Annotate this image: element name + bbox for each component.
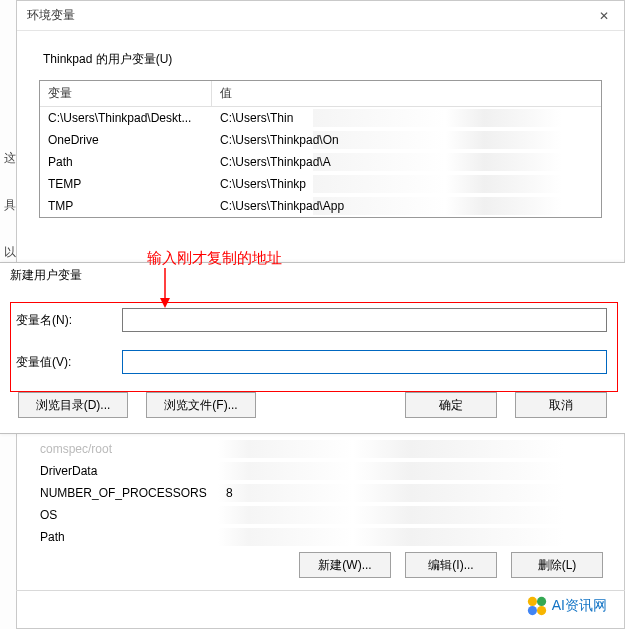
table-row[interactable]: C:\Users\Thinkpad\Deskt...C:\Users\Thin bbox=[40, 107, 601, 129]
close-icon[interactable]: ✕ bbox=[592, 7, 616, 25]
var-value-row: 变量值(V): bbox=[10, 350, 615, 374]
watermark-text: AI资讯网 bbox=[552, 597, 607, 615]
ok-button[interactable]: 确定 bbox=[405, 392, 497, 418]
dialog-title: 环境变量 bbox=[27, 7, 75, 24]
table-row[interactable]: OS bbox=[32, 504, 603, 526]
table-row[interactable]: comspec/root bbox=[32, 438, 603, 460]
svg-point-4 bbox=[528, 606, 537, 615]
var-value-label: 变量值(V): bbox=[10, 354, 122, 371]
var-name-label: 变量名(N): bbox=[10, 312, 122, 329]
watermark-logo-icon bbox=[526, 595, 548, 617]
new-user-var-dialog: 新建用户变量 变量名(N): 变量值(V): 浏览目录(D)... 浏览文件(F… bbox=[0, 262, 625, 434]
user-vars-table[interactable]: 变量 值 C:\Users\Thinkpad\Deskt...C:\Users\… bbox=[39, 80, 602, 218]
annotation-text: 输入刚才复制的地址 bbox=[147, 249, 282, 268]
header-name[interactable]: 变量 bbox=[40, 81, 212, 106]
var-name-row: 变量名(N): bbox=[10, 308, 615, 332]
svg-point-3 bbox=[537, 597, 546, 606]
table-row[interactable]: PathC:\Users\Thinkpad\A bbox=[40, 151, 601, 173]
var-value-input[interactable] bbox=[122, 350, 607, 374]
new-button[interactable]: 新建(W)... bbox=[299, 552, 391, 578]
delete-button[interactable]: 删除(L) bbox=[511, 552, 603, 578]
edit-button[interactable]: 编辑(I)... bbox=[405, 552, 497, 578]
cancel-button[interactable]: 取消 bbox=[515, 392, 607, 418]
table-row[interactable]: Path bbox=[32, 526, 603, 548]
background-fragments: 这 具 以 bbox=[0, 120, 15, 261]
header-value[interactable]: 值 bbox=[212, 81, 601, 106]
titlebar: 环境变量 ✕ bbox=[17, 1, 624, 31]
table-row[interactable]: DriverData bbox=[32, 460, 603, 482]
table-row[interactable]: TMPC:\Users\Thinkpad\App bbox=[40, 195, 601, 217]
table-header: 变量 值 bbox=[40, 81, 601, 107]
divider bbox=[16, 590, 625, 591]
svg-point-2 bbox=[528, 597, 537, 606]
system-vars-area: comspec/root DriverData NUMBER_OF_PROCES… bbox=[32, 438, 603, 548]
user-vars-body: C:\Users\Thinkpad\Deskt...C:\Users\Thin … bbox=[40, 107, 601, 217]
table-row[interactable]: TEMPC:\Users\Thinkp bbox=[40, 173, 601, 195]
watermark: AI资讯网 bbox=[526, 595, 607, 617]
svg-point-5 bbox=[537, 606, 546, 615]
user-vars-label: Thinkpad 的用户变量(U) bbox=[43, 51, 602, 68]
browse-file-button[interactable]: 浏览文件(F)... bbox=[146, 392, 256, 418]
child-dialog-title: 新建用户变量 bbox=[0, 263, 625, 284]
table-row[interactable]: OneDriveC:\Users\Thinkpad\On bbox=[40, 129, 601, 151]
system-vars-buttons: 新建(W)... 编辑(I)... 删除(L) bbox=[299, 552, 603, 578]
browse-dir-button[interactable]: 浏览目录(D)... bbox=[18, 392, 128, 418]
var-name-input[interactable] bbox=[122, 308, 607, 332]
table-row[interactable]: NUMBER_OF_PROCESSORS8 bbox=[32, 482, 603, 504]
child-button-row: 浏览目录(D)... 浏览文件(F)... 确定 取消 bbox=[10, 392, 615, 424]
